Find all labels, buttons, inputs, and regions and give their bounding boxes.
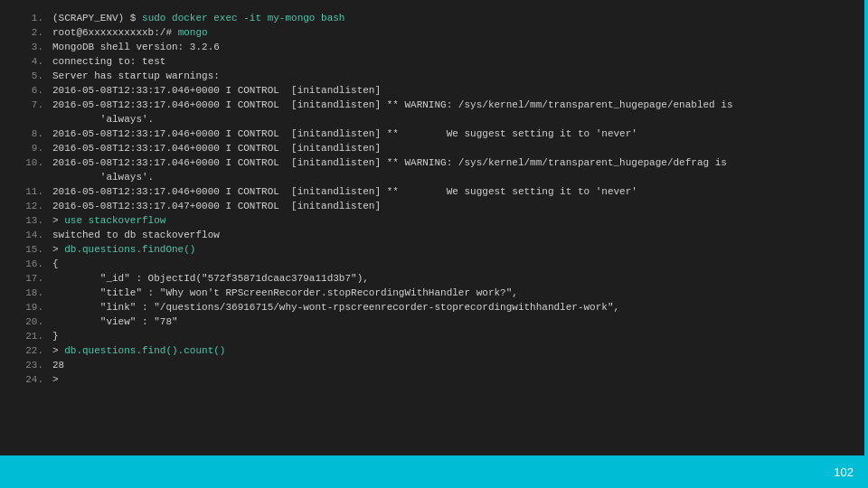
line-text: { bbox=[52, 257, 850, 271]
terminal-line: 'always'. bbox=[18, 112, 850, 127]
line-number: 9. bbox=[18, 141, 43, 155]
terminal-line: 8.2016-05-08T12:33:17.046+0000 I CONTROL… bbox=[18, 127, 850, 141]
terminal-line: 16.{ bbox=[18, 257, 850, 271]
line-number: 13. bbox=[18, 213, 43, 228]
line-text: "view" : "78" bbox=[52, 314, 850, 329]
terminal-line: 'always'. bbox=[18, 170, 850, 184]
line-number: 19. bbox=[18, 300, 43, 314]
terminal-line: 24.> bbox=[18, 372, 850, 387]
line-text: connecting to: test bbox=[52, 54, 850, 69]
line-text: switched to db stackoverflow bbox=[52, 228, 850, 242]
line-number: 2. bbox=[18, 25, 43, 40]
terminal-line: 4.connecting to: test bbox=[18, 54, 850, 69]
line-number: 8. bbox=[18, 127, 43, 141]
line-number: 20. bbox=[18, 314, 43, 329]
main-area: 1.(SCRAPY_ENV) $ sudo docker exec -it my… bbox=[0, 0, 868, 455]
line-number: 10. bbox=[18, 155, 43, 170]
sidebar-accent bbox=[864, 0, 868, 455]
line-number: 11. bbox=[18, 184, 43, 199]
line-number: 22. bbox=[18, 343, 43, 358]
line-text: 2016-05-08T12:33:17.046+0000 I CONTROL [… bbox=[52, 83, 850, 98]
terminal-line: 5.Server has startup warnings: bbox=[18, 69, 850, 83]
terminal-line: 20. "view" : "78" bbox=[18, 314, 850, 329]
terminal-line: 1.(SCRAPY_ENV) $ sudo docker exec -it my… bbox=[18, 11, 850, 25]
terminal-line: 23.28 bbox=[18, 358, 850, 372]
line-number: 4. bbox=[18, 54, 43, 69]
line-number: 23. bbox=[18, 358, 43, 372]
terminal-line: 7.2016-05-08T12:33:17.046+0000 I CONTROL… bbox=[18, 98, 850, 112]
line-number: 16. bbox=[18, 257, 43, 271]
line-text: "title" : "Why won't RPScreenRecorder.st… bbox=[52, 286, 850, 300]
line-text: "link" : "/questions/36916715/why-wont-r… bbox=[52, 300, 850, 314]
line-text: > db.questions.find().count() bbox=[52, 343, 850, 358]
line-text: > bbox=[52, 372, 850, 387]
terminal-line: 3.MongoDB shell version: 3.2.6 bbox=[18, 40, 850, 54]
line-number: 14. bbox=[18, 228, 43, 242]
line-text: 2016-05-08T12:33:17.046+0000 I CONTROL [… bbox=[52, 127, 850, 141]
line-text: 2016-05-08T12:33:17.047+0000 I CONTROL [… bbox=[52, 199, 850, 213]
line-text: 'always'. bbox=[52, 170, 850, 184]
page-number: 102 bbox=[834, 465, 854, 479]
line-text: 2016-05-08T12:33:17.046+0000 I CONTROL [… bbox=[52, 98, 850, 112]
line-number: 18. bbox=[18, 286, 43, 300]
terminal-line: 10.2016-05-08T12:33:17.046+0000 I CONTRO… bbox=[18, 155, 850, 170]
line-number: 17. bbox=[18, 271, 43, 286]
line-text: root@6xxxxxxxxxxb:/# mongo bbox=[52, 25, 850, 40]
line-number: 3. bbox=[18, 40, 43, 54]
terminal-line: 15.> db.questions.findOne() bbox=[18, 242, 850, 257]
line-text: 2016-05-08T12:33:17.046+0000 I CONTROL [… bbox=[52, 184, 850, 199]
line-number: 6. bbox=[18, 83, 43, 98]
terminal-line: 19. "link" : "/questions/36916715/why-wo… bbox=[18, 300, 850, 314]
line-number: 21. bbox=[18, 329, 43, 343]
line-number: 5. bbox=[18, 69, 43, 83]
line-number: 1. bbox=[18, 11, 43, 25]
line-text: > db.questions.findOne() bbox=[52, 242, 850, 257]
line-text: 28 bbox=[52, 358, 850, 372]
terminal-line: 12.2016-05-08T12:33:17.047+0000 I CONTRO… bbox=[18, 199, 850, 213]
bottom-bar: 102 bbox=[0, 455, 868, 488]
terminal-line: 22.> db.questions.find().count() bbox=[18, 343, 850, 358]
line-text: 'always'. bbox=[52, 112, 850, 127]
terminal-line: 6.2016-05-08T12:33:17.046+0000 I CONTROL… bbox=[18, 83, 850, 98]
line-text: (SCRAPY_ENV) $ sudo docker exec -it my-m… bbox=[52, 11, 850, 25]
terminal-container: 1.(SCRAPY_ENV) $ sudo docker exec -it my… bbox=[0, 0, 868, 455]
terminal-line: 9.2016-05-08T12:33:17.046+0000 I CONTROL… bbox=[18, 141, 850, 155]
terminal-line: 18. "title" : "Why won't RPScreenRecorde… bbox=[18, 286, 850, 300]
line-number: 15. bbox=[18, 242, 43, 257]
terminal-line: 11.2016-05-08T12:33:17.046+0000 I CONTRO… bbox=[18, 184, 850, 199]
terminal-line: 21.} bbox=[18, 329, 850, 343]
line-text: MongoDB shell version: 3.2.6 bbox=[52, 40, 850, 54]
line-number bbox=[18, 112, 43, 127]
line-number: 7. bbox=[18, 98, 43, 112]
line-text: } bbox=[52, 329, 850, 343]
line-number bbox=[18, 170, 43, 184]
line-text: "_id" : ObjectId("572f35871dcaac379a11d3… bbox=[52, 271, 850, 286]
line-text: > use stackoverflow bbox=[52, 213, 850, 228]
line-text: 2016-05-08T12:33:17.046+0000 I CONTROL [… bbox=[52, 155, 850, 170]
terminal-line: 17. "_id" : ObjectId("572f35871dcaac379a… bbox=[18, 271, 850, 286]
terminal-line: 2.root@6xxxxxxxxxxb:/# mongo bbox=[18, 25, 850, 40]
terminal-line: 14.switched to db stackoverflow bbox=[18, 228, 850, 242]
line-number: 24. bbox=[18, 372, 43, 387]
line-text: 2016-05-08T12:33:17.046+0000 I CONTROL [… bbox=[52, 141, 850, 155]
line-text: Server has startup warnings: bbox=[52, 69, 850, 83]
line-number: 12. bbox=[18, 199, 43, 213]
terminal-line: 13.> use stackoverflow bbox=[18, 213, 850, 228]
